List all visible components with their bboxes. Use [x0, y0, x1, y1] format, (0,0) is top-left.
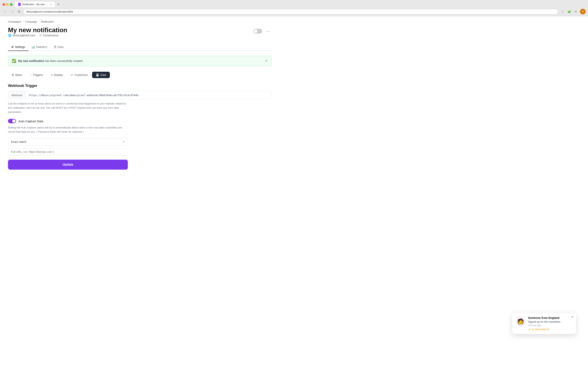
statistics-tab-icon: 📊 [32, 45, 35, 49]
forward-button[interactable]: → [10, 9, 15, 14]
statistics-tab-label: Statistics [36, 45, 47, 49]
url-input[interactable] [8, 148, 128, 156]
update-button[interactable]: Update [8, 160, 128, 170]
close-window-button[interactable] [2, 3, 5, 6]
app-content: Campaigns › Campaign › Notification My n… [0, 16, 280, 174]
customize-icon: ✏ [71, 73, 73, 76]
subtab-customize[interactable]: ✏ Customize [67, 72, 91, 78]
main-tabs: ⚙ Settings 📊 Statistics 🗄 Data [8, 43, 272, 51]
auto-capture-row: Auto Capture Data [8, 119, 272, 123]
sub-tabs: ⚙ Basic ↑ Triggers ≡ Display ✏ Customize… [8, 72, 272, 78]
browser-chrome: Notification - My new notific... ✕ + ← →… [0, 0, 588, 16]
data-subtab-label: Data [100, 73, 106, 76]
settings-tab-icon: ⚙ [11, 45, 14, 49]
page-header: My new notification 🌐 66socialproof.com … [8, 26, 272, 42]
tab-data[interactable]: 🗄 Data [51, 43, 67, 51]
auto-capture-description: Setting the Auto Capture option will try… [8, 126, 128, 134]
match-type-select-wrapper: Exact match Contains Starts with ▼ [8, 138, 128, 146]
webhook-section-title: Webhook Trigger [8, 84, 272, 88]
basic-label: Basic [15, 73, 22, 76]
url-text: 66socialproof.com/demo/notification/828 [26, 10, 73, 13]
settings-tab-label: Settings [15, 45, 25, 49]
address-bar[interactable]: 66socialproof.com/demo/notification/828 [23, 9, 558, 14]
match-type-select[interactable]: Exact match Contains Starts with [8, 138, 128, 146]
alert-content: ✅ My new notification has been successfu… [12, 59, 83, 63]
bookmark-icon[interactable]: ☆ [560, 9, 565, 14]
header-actions: ⋯ [253, 28, 272, 34]
auto-capture-label: Auto Capture Data [18, 119, 43, 123]
maximize-window-button[interactable] [10, 3, 13, 6]
alert-bold: My new notification [18, 59, 44, 63]
success-alert: ✅ My new notification has been successfu… [8, 56, 272, 66]
meta-domain-text: 66socialproof.com [13, 34, 35, 37]
new-tab-button[interactable]: + [56, 2, 61, 7]
subtab-triggers[interactable]: ↑ Triggers [27, 72, 47, 78]
refresh-button[interactable]: ↻ [17, 9, 22, 14]
breadcrumb-campaign[interactable]: Campaign [25, 20, 37, 23]
url-match-row: Exact match Contains Starts with ▼ [8, 138, 128, 146]
data-tab-icon: 🗄 [54, 45, 56, 49]
breadcrumb-campaigns[interactable]: Campaigns [8, 20, 21, 23]
minimize-window-button[interactable] [6, 3, 9, 6]
data-subtab-icon: 💾 [96, 73, 99, 76]
pen-icon[interactable]: ✏ [573, 9, 579, 14]
subtab-basic[interactable]: ⚙ Basic [8, 72, 26, 78]
globe-icon: 🌐 [8, 34, 11, 37]
triggers-label: Triggers [33, 73, 43, 76]
tab-title: Notification - My new notific... [22, 3, 48, 6]
tab-favicon [18, 3, 21, 6]
toggle-slider [253, 29, 262, 33]
alert-text: My new notification has been successfull… [18, 59, 83, 63]
extensions-icon[interactable]: 🧩 [567, 9, 572, 14]
meta-domain: 🌐 66socialproof.com [8, 34, 35, 37]
breadcrumb-current: Notification [41, 20, 54, 23]
tab-statistics[interactable]: 📊 Statistics [28, 43, 51, 51]
page-meta: 🌐 66socialproof.com ⟳ Conversions [8, 34, 67, 37]
more-options-button[interactable]: ⋯ [264, 28, 272, 34]
notification-toggle[interactable] [253, 29, 262, 33]
meta-conversions-text: Conversions [43, 34, 59, 37]
alert-close-button[interactable]: ✕ [265, 59, 268, 63]
auto-capture-slider [8, 119, 16, 123]
tab-close-icon[interactable]: ✕ [50, 3, 52, 6]
breadcrumb: Campaigns › Campaign › Notification [8, 20, 272, 23]
webhook-label: Webhook [8, 91, 26, 99]
triggers-icon: ↑ [30, 73, 32, 76]
breadcrumb-sep-2: › [39, 20, 39, 23]
data-tab-label: Data [58, 45, 64, 49]
back-button[interactable]: ← [2, 9, 8, 14]
conversions-icon: ⟳ [39, 34, 42, 37]
success-icon: ✅ [12, 59, 16, 63]
profile-icon[interactable]: A [580, 9, 586, 14]
breadcrumb-sep-1: › [23, 20, 24, 23]
meta-conversions: ⟳ Conversions [39, 34, 59, 37]
customize-label: Customize [74, 73, 88, 76]
active-tab[interactable]: Notification - My new notific... ✕ [15, 2, 55, 7]
webhook-url-input[interactable] [26, 91, 272, 99]
url-input-row [8, 148, 128, 156]
basic-icon: ⚙ [11, 73, 14, 76]
webhook-row: Webhook [8, 91, 272, 99]
subtab-display[interactable]: ≡ Display [47, 72, 66, 78]
auto-capture-toggle[interactable] [8, 119, 16, 123]
alert-rest: has been successfully created. [44, 59, 83, 63]
display-label: Display [54, 73, 63, 76]
display-icon: ≡ [51, 73, 52, 76]
webhook-description: Call the endpoint to let us know about a… [8, 102, 128, 114]
tab-settings[interactable]: ⚙ Settings [8, 43, 28, 51]
subtab-data[interactable]: 💾 Data [92, 72, 110, 78]
page-title: My new notification [8, 26, 67, 34]
